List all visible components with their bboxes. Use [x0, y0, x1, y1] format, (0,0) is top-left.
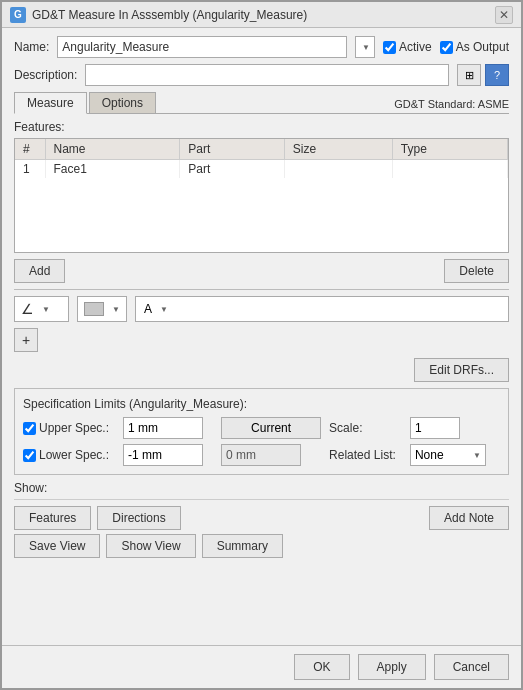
spec-section: Specification Limits (Angularity_Measure… — [14, 388, 509, 475]
window-title: GD&T Measure In Asssembly (Angularity_Me… — [32, 8, 307, 22]
upper-spec-input[interactable] — [123, 417, 203, 439]
active-label: Active — [399, 40, 432, 54]
save-view-button[interactable]: Save View — [14, 534, 100, 558]
symbol-row: ∠ ▼ ▼ A ▼ — [14, 296, 509, 322]
features-section: Features: # Name Part Size Type — [14, 120, 509, 253]
show-label: Show: — [14, 481, 509, 500]
scale-label: Scale: — [329, 421, 402, 435]
cell-size — [284, 160, 392, 179]
related-list-value: None — [415, 448, 444, 462]
as-output-label: As Output — [456, 40, 509, 54]
cell-type — [392, 160, 507, 179]
table-header-row: # Name Part Size Type — [15, 139, 508, 160]
tab-measure[interactable]: Measure — [14, 92, 87, 114]
angularity-symbol-icon: ∠ — [21, 301, 34, 317]
name-dropdown-arrow: ▼ — [362, 43, 370, 52]
apply-button[interactable]: Apply — [358, 654, 426, 680]
lower-spec-input[interactable] — [123, 444, 203, 466]
related-list-dropdown[interactable]: None ▼ — [410, 444, 486, 466]
title-bar-left: G GD&T Measure In Asssembly (Angularity_… — [10, 7, 307, 23]
table-icon-btn[interactable]: ⊞ — [457, 64, 481, 86]
current-button[interactable]: Current — [221, 417, 321, 439]
col-header-num: # — [15, 139, 45, 160]
directions-button[interactable]: Directions — [97, 506, 180, 530]
app-icon: G — [10, 7, 26, 23]
name-row: Name: ▼ Active As Output — [14, 36, 509, 58]
features-show-button[interactable]: Features — [14, 506, 91, 530]
show-buttons-row-2: Save View Show View Summary — [14, 534, 509, 558]
symbol-dropdown-arrow: ▼ — [42, 305, 50, 314]
show-section: Show: Features Directions Add Note Save … — [14, 481, 509, 562]
content-area: Name: ▼ Active As Output Description: ⊞ … — [2, 28, 521, 645]
edit-drfs-row: Edit DRFs... — [14, 358, 509, 382]
related-list-label: Related List: — [329, 448, 402, 462]
as-output-checkbox[interactable] — [440, 41, 453, 54]
plus-button[interactable]: + — [14, 328, 38, 352]
ref-value: A — [144, 302, 152, 316]
divider-1 — [14, 289, 509, 290]
cell-name: Face1 — [45, 160, 180, 179]
summary-button[interactable]: Summary — [202, 534, 283, 558]
description-row: Description: ⊞ ? — [14, 64, 509, 86]
color-box-dropdown[interactable]: ▼ — [77, 296, 127, 322]
description-input[interactable] — [85, 64, 449, 86]
color-box — [84, 302, 104, 316]
show-buttons-row-1: Features Directions Add Note — [14, 506, 509, 530]
cell-part: Part — [180, 160, 284, 179]
tabs: Measure Options — [14, 92, 158, 113]
title-bar: G GD&T Measure In Asssembly (Angularity_… — [2, 2, 521, 28]
col-header-size: Size — [284, 139, 392, 160]
tab-options[interactable]: Options — [89, 92, 156, 113]
description-label: Description: — [14, 68, 77, 82]
upper-spec-label: Upper Spec.: — [39, 421, 109, 435]
color-dropdown-arrow: ▼ — [112, 305, 120, 314]
col-header-type: Type — [392, 139, 507, 160]
features-label: Features: — [14, 120, 509, 134]
scale-input[interactable] — [410, 417, 460, 439]
upper-spec-checkbox[interactable] — [23, 422, 36, 435]
lower-spec-checkbox[interactable] — [23, 449, 36, 462]
col-header-name: Name — [45, 139, 180, 160]
lower-spec-label: Lower Spec.: — [39, 448, 109, 462]
related-list-dropdown-arrow: ▼ — [473, 451, 481, 460]
gdt-standard: GD&T Standard: ASME — [394, 98, 509, 113]
as-output-checkbox-row: As Output — [440, 40, 509, 54]
add-delete-row: Add Delete — [14, 259, 509, 283]
upper-spec-checkbox-row: Upper Spec.: — [23, 421, 115, 435]
cancel-button[interactable]: Cancel — [434, 654, 509, 680]
name-label: Name: — [14, 40, 49, 54]
active-checkbox-row: Active — [383, 40, 432, 54]
features-table: # Name Part Size Type 1 Face1 Part — [15, 139, 508, 178]
features-table-container: # Name Part Size Type 1 Face1 Part — [14, 138, 509, 253]
bottom-bar: OK Apply Cancel — [2, 645, 521, 688]
edit-drfs-button[interactable]: Edit DRFs... — [414, 358, 509, 382]
cell-num: 1 — [15, 160, 45, 179]
ref-dropdown-arrow: ▼ — [160, 305, 168, 314]
ref-dropdown[interactable]: A ▼ — [135, 296, 509, 322]
desc-icons: ⊞ ? — [457, 64, 509, 86]
current-value-display: 0 mm — [221, 444, 301, 466]
spec-title: Specification Limits (Angularity_Measure… — [23, 397, 500, 411]
name-dropdown[interactable]: ▼ — [355, 36, 375, 58]
show-view-button[interactable]: Show View — [106, 534, 195, 558]
add-note-button[interactable]: Add Note — [429, 506, 509, 530]
add-button[interactable]: Add — [14, 259, 65, 283]
main-window: G GD&T Measure In Asssembly (Angularity_… — [0, 0, 523, 690]
name-input[interactable] — [57, 36, 347, 58]
tabs-row: Measure Options GD&T Standard: ASME — [14, 92, 509, 114]
active-checkbox[interactable] — [383, 41, 396, 54]
lower-spec-checkbox-row: Lower Spec.: — [23, 448, 115, 462]
table-row[interactable]: 1 Face1 Part — [15, 160, 508, 179]
delete-button[interactable]: Delete — [444, 259, 509, 283]
close-button[interactable]: ✕ — [495, 6, 513, 24]
ok-button[interactable]: OK — [294, 654, 349, 680]
help-icon-btn[interactable]: ? — [485, 64, 509, 86]
symbol-dropdown[interactable]: ∠ ▼ — [14, 296, 69, 322]
col-header-part: Part — [180, 139, 284, 160]
